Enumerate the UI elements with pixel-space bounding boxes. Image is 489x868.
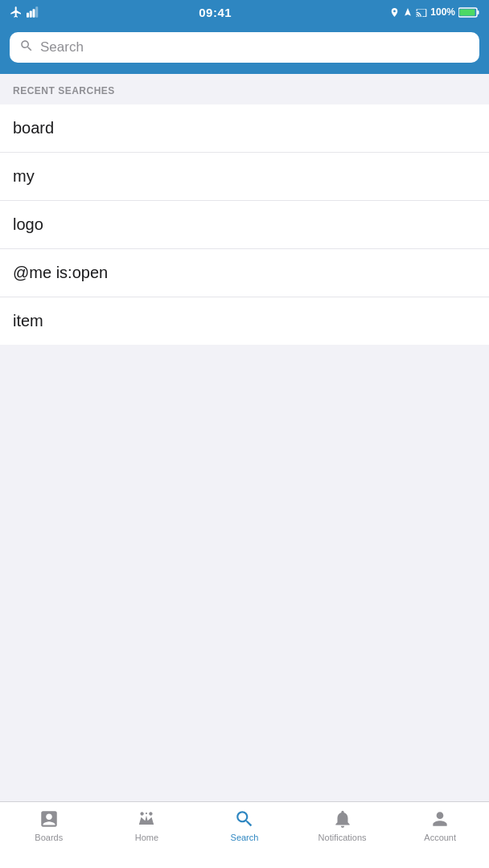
battery-percent: 100% xyxy=(430,6,455,18)
recent-searches-label: RECENT SEARCHES xyxy=(0,74,489,104)
account-label: Account xyxy=(424,833,456,842)
notifications-icon xyxy=(332,809,353,829)
home-icon xyxy=(136,809,157,829)
list-item[interactable]: logo xyxy=(0,201,489,249)
battery-icon xyxy=(458,7,479,18)
status-bar: 09:41 100% xyxy=(0,0,489,24)
search-placeholder[interactable]: Search xyxy=(40,39,470,55)
search-label: Search xyxy=(231,833,259,842)
cast-icon xyxy=(416,7,427,17)
boards-icon xyxy=(39,809,60,829)
nav-item-search[interactable]: Search xyxy=(195,809,294,842)
svg-rect-0 xyxy=(27,13,29,18)
arrow-icon xyxy=(403,7,413,17)
svg-rect-2 xyxy=(33,9,35,18)
location-icon xyxy=(389,7,400,18)
svg-rect-3 xyxy=(35,6,38,18)
list-item[interactable]: my xyxy=(0,153,489,201)
signal-icon xyxy=(27,6,41,18)
svg-rect-6 xyxy=(477,10,479,14)
bottom-nav: Boards Home Search Notifications Account xyxy=(0,801,489,868)
list-item[interactable]: item xyxy=(0,297,489,345)
recent-searches-list: board my logo @me is:open item xyxy=(0,104,489,345)
nav-item-home[interactable]: Home xyxy=(98,809,196,842)
search-header: Search xyxy=(0,24,489,74)
nav-item-boards[interactable]: Boards xyxy=(0,809,98,842)
content-area xyxy=(0,345,489,801)
home-label: Home xyxy=(135,833,158,842)
status-right: 100% xyxy=(389,6,479,18)
search-nav-icon xyxy=(234,809,255,829)
nav-item-account[interactable]: Account xyxy=(391,809,489,842)
svg-rect-1 xyxy=(30,11,32,18)
boards-label: Boards xyxy=(35,833,63,842)
svg-rect-5 xyxy=(459,9,475,15)
status-time: 09:41 xyxy=(199,6,232,19)
list-item[interactable]: @me is:open xyxy=(0,249,489,297)
list-item[interactable]: board xyxy=(0,104,489,153)
search-box[interactable]: Search xyxy=(10,32,479,63)
airplane-icon xyxy=(10,6,23,18)
nav-item-notifications[interactable]: Notifications xyxy=(294,809,392,842)
account-icon xyxy=(429,809,450,829)
notifications-label: Notifications xyxy=(318,833,367,842)
status-left xyxy=(10,6,41,18)
search-icon xyxy=(19,39,34,56)
